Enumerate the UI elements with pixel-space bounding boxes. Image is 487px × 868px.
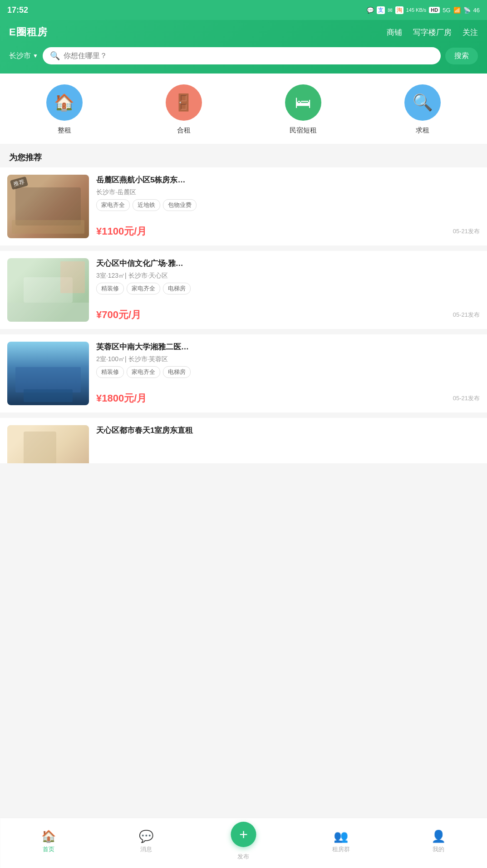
section-title-recommend: 为您推荐 [0, 144, 487, 167]
search-button[interactable]: 搜索 [445, 48, 478, 64]
listing-tag-3-1: 家电齐全 [127, 366, 160, 378]
category-circle-hezu: 🚪 [166, 84, 202, 121]
listing-tag-2-2: 电梯房 [163, 283, 191, 294]
magnify-icon: 🔍 [413, 93, 433, 112]
category-circle-zhengzu: 🏠 [46, 84, 83, 121]
category-label-hezu: 合租 [177, 126, 191, 135]
category-zhengzu[interactable]: 🏠 整租 [46, 84, 83, 135]
home-icon: 🏠 [54, 93, 74, 112]
city-selector[interactable]: 长沙市 ▼ [9, 51, 38, 61]
listing-tag-3-2: 电梯房 [163, 366, 191, 378]
search-input-wrap: 🔍 [43, 47, 441, 64]
messenger-icon: 💬 [367, 7, 374, 14]
hd-badge: HD [429, 7, 440, 13]
listing-tags-1: 家电齐全 近地铁 包物业费 [96, 199, 480, 211]
network-speed: 145 KB/s [406, 7, 427, 13]
listing-title-3: 芙蓉区中南大学湘雅二医… [96, 342, 480, 353]
listing-tags-2: 精装修 家电齐全 电梯房 [96, 283, 480, 294]
listing-date-2: 05-21发布 [453, 311, 480, 319]
listing-image-3 [7, 342, 89, 405]
nav-office[interactable]: 写字楼厂房 [413, 27, 452, 38]
category-circle-minsu: 🛏 [285, 84, 321, 121]
wifi-icon: 📡 [463, 7, 471, 14]
search-icon: 🔍 [50, 51, 60, 61]
5g-label: 5G [443, 7, 450, 14]
nav-shops[interactable]: 商铺 [387, 27, 402, 38]
city-name: 长沙市 [9, 51, 31, 61]
app-title: E圈租房 [9, 25, 48, 39]
listing-date-1: 05-21发布 [453, 227, 480, 235]
listing-tag-1-0: 家电齐全 [96, 199, 130, 211]
listing-tag-1-1: 近地铁 [133, 199, 160, 211]
listing-price-1: ¥1100元/月 [96, 225, 147, 238]
listing-location-2: 3室·123㎡| 长沙市·天心区 [96, 272, 480, 280]
listing-card-2[interactable]: 天心区中信文化广场·雅… 3室·123㎡| 长沙市·天心区 精装修 家电齐全 电… [0, 251, 487, 329]
nav-follow[interactable]: 关注 [462, 27, 478, 38]
listing-tag-2-0: 精装修 [96, 283, 124, 294]
alipay-icon: 支 [377, 6, 385, 14]
status-bar: 17:52 💬 支 ✉ 淘 145 KB/s HD 5G 📶 📡 46 [0, 0, 487, 20]
search-bar: 长沙市 ▼ 🔍 搜索 [9, 47, 478, 64]
listing-price-3: ¥1800元/月 [96, 392, 147, 405]
listing-location-3: 2室·100㎡| 长沙市·芙蓉区 [96, 355, 480, 363]
header-nav: 商铺 写字楼厂房 关注 [387, 27, 478, 38]
signal-icon: 📶 [453, 7, 461, 14]
category-qiuzu[interactable]: 🔍 求租 [404, 84, 441, 135]
listing-footer-3: ¥1800元/月 05-21发布 [96, 392, 480, 405]
listing-tag-2-1: 家电齐全 [127, 283, 160, 294]
listing-info-2: 天心区中信文化广场·雅… 3室·123㎡| 长沙市·天心区 精装修 家电齐全 电… [96, 258, 480, 322]
listing-info-3: 芙蓉区中南大学湘雅二医… 2室·100㎡| 长沙市·芙蓉区 精装修 家电齐全 电… [96, 342, 480, 405]
taobao-icon: 淘 [395, 6, 403, 14]
listing-image-1: 推荐 [7, 175, 89, 238]
category-label-minsu: 民宿短租 [290, 126, 317, 135]
header-top: E圈租房 商铺 写字楼厂房 关注 [9, 25, 478, 39]
listing-card-3[interactable]: 芙蓉区中南大学湘雅二医… 2室·100㎡| 长沙市·芙蓉区 精装修 家电齐全 电… [0, 334, 487, 412]
category-label-zhengzu: 整租 [58, 126, 71, 135]
listing-title-1: 岳麓区燕航小区5栋房东… [96, 175, 480, 186]
listing-image-2 [7, 258, 89, 322]
listing-tag-3-0: 精装修 [96, 366, 124, 378]
category-circle-qiuzu: 🔍 [404, 84, 441, 121]
listing-card-1[interactable]: 推荐 岳麓区燕航小区5栋房东… 长沙市·岳麓区 家电齐全 近地铁 包物业费 ¥1… [0, 167, 487, 245]
listing-location-1: 长沙市·岳麓区 [96, 188, 480, 196]
listing-footer-2: ¥700元/月 05-21发布 [96, 308, 480, 322]
categories: 🏠 整租 🚪 合租 🛏 民宿短租 🔍 求租 [0, 74, 487, 144]
listing-price-2: ¥700元/月 [96, 308, 141, 322]
category-hezu[interactable]: 🚪 合租 [166, 84, 202, 135]
listing-info-4: 天心区都市春天1室房东直租 [96, 425, 480, 456]
listing-tag-1-2: 包物业费 [163, 199, 197, 211]
listings: 推荐 岳麓区燕航小区5栋房东… 长沙市·岳麓区 家电齐全 近地铁 包物业费 ¥1… [0, 167, 487, 505]
listing-image-4 [7, 425, 89, 463]
battery: 46 [473, 7, 480, 14]
email-icon: ✉ [388, 7, 393, 14]
listing-date-3: 05-21发布 [453, 394, 480, 402]
door-icon: 🚪 [173, 93, 194, 112]
listing-tags-3: 精装修 家电齐全 电梯房 [96, 366, 480, 378]
category-label-qiuzu: 求租 [416, 126, 429, 135]
listing-card-4[interactable]: 天心区都市春天1室房东直租 [0, 418, 487, 463]
listing-footer-1: ¥1100元/月 05-21发布 [96, 225, 480, 238]
status-time: 17:52 [7, 5, 28, 15]
category-minsu[interactable]: 🛏 民宿短租 [285, 84, 321, 135]
listing-title-4: 天心区都市春天1室房东直租 [96, 425, 480, 436]
search-input[interactable] [64, 52, 433, 60]
listing-info-1: 岳麓区燕航小区5栋房东… 长沙市·岳麓区 家电齐全 近地铁 包物业费 ¥1100… [96, 175, 480, 238]
bed-icon: 🛏 [295, 93, 311, 112]
status-icons: 💬 支 ✉ 淘 145 KB/s HD 5G 📶 📡 46 [367, 6, 480, 14]
listing-title-2: 天心区中信文化广场·雅… [96, 258, 480, 269]
chevron-down-icon: ▼ [33, 53, 38, 59]
header: E圈租房 商铺 写字楼厂房 关注 长沙市 ▼ 🔍 搜索 [0, 20, 487, 74]
